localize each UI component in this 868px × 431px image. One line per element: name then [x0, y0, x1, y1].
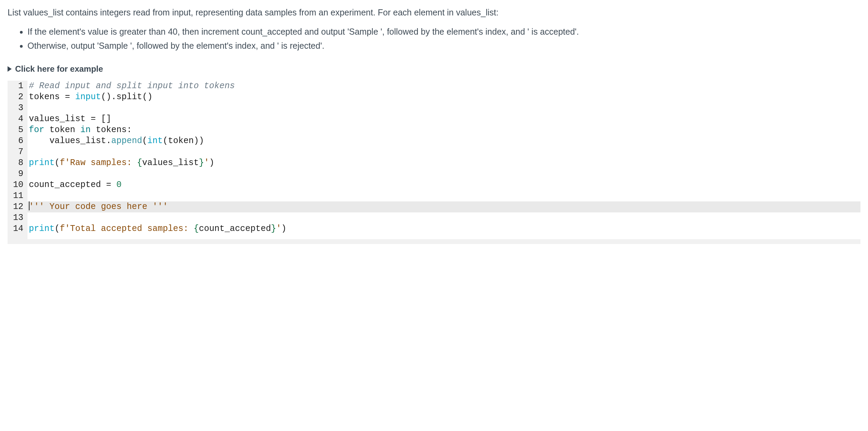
code-token	[44, 125, 49, 135]
code-line: 13	[8, 212, 860, 223]
code-content: for token in tokens:	[27, 125, 860, 136]
code-token	[60, 92, 65, 102]
code-line: 4values_list = []	[8, 114, 860, 125]
code-token: []	[101, 114, 111, 124]
code-token: =	[65, 92, 70, 102]
code-token: f'Raw samples:	[60, 158, 137, 168]
code-token	[70, 92, 75, 102]
code-token: )	[281, 224, 286, 234]
code-content	[27, 168, 860, 179]
line-number: 10	[8, 179, 27, 190]
code-token: '	[276, 224, 281, 234]
code-token: :	[127, 125, 132, 135]
code-token: '	[204, 158, 209, 168]
line-number: 4	[8, 114, 27, 125]
code-token: {	[194, 224, 199, 234]
code-line: 6 values_list.append(int(token))	[8, 136, 860, 147]
code-token	[101, 180, 106, 190]
line-number: 5	[8, 125, 27, 136]
code-token: {	[137, 158, 142, 168]
code-line-editable[interactable]: 12''' Your code goes here '''	[8, 201, 860, 212]
code-content: values_list.append(int(token))	[27, 136, 860, 147]
code-content: # Read input and split input into tokens	[27, 81, 860, 92]
code-token	[91, 125, 96, 135]
code-content	[27, 212, 860, 223]
code-content: values_list = []	[27, 114, 860, 125]
line-number: 13	[8, 212, 27, 223]
code-line: 3	[8, 103, 860, 114]
line-number: 7	[8, 147, 27, 158]
code-line: 11	[8, 190, 860, 201]
code-token	[75, 125, 80, 135]
code-content[interactable]: ''' Your code goes here '''	[27, 201, 860, 212]
code-line: 10count_accepted = 0	[8, 179, 860, 190]
code-token: values_list	[29, 114, 85, 124]
line-number: 1	[8, 81, 27, 92]
problem-intro: List values_list contains integers read …	[8, 6, 860, 19]
line-number: 6	[8, 136, 27, 147]
code-token: tokens	[29, 92, 60, 102]
code-token: f'Total accepted samples:	[60, 224, 194, 234]
line-number: 12	[8, 201, 27, 212]
code-token: split	[116, 92, 142, 102]
code-token	[85, 114, 91, 124]
code-line: 9	[8, 168, 860, 179]
line-number: 11	[8, 190, 27, 201]
code-token: count_accepted	[199, 224, 271, 234]
code-line: 14print(f'Total accepted samples: {count…	[8, 223, 860, 234]
problem-bullet: Otherwise, output 'Sample ', followed by…	[27, 39, 860, 53]
code-token: values_list	[49, 136, 106, 146]
code-token: append	[111, 136, 142, 146]
line-number: 3	[8, 103, 27, 114]
code-token: values_list	[142, 158, 199, 168]
code-token: )	[209, 158, 214, 168]
code-content	[27, 147, 860, 158]
code-token: (	[55, 158, 60, 168]
line-number: 8	[8, 158, 27, 168]
code-line: 1# Read input and split input into token…	[8, 81, 860, 92]
code-token: token	[168, 136, 194, 146]
problem-bullet: If the element's value is greater than 4…	[27, 25, 860, 38]
code-token: =	[91, 114, 96, 124]
problem-bullets: If the element's value is greater than 4…	[8, 25, 860, 53]
code-line: 5for token in tokens:	[8, 125, 860, 136]
code-token: (	[163, 136, 168, 146]
code-token: # Read input and split input into tokens	[29, 81, 235, 91]
code-token: }	[271, 224, 276, 234]
code-token: for	[29, 125, 44, 135]
triangle-right-icon	[8, 66, 12, 72]
code-token: .	[106, 136, 111, 146]
code-editor[interactable]: 1# Read input and split input into token…	[8, 81, 860, 244]
line-number: 9	[8, 168, 27, 179]
code-token	[29, 136, 49, 146]
code-content	[27, 103, 860, 114]
code-token: (	[142, 136, 147, 146]
code-token	[96, 114, 101, 124]
line-number: 2	[8, 92, 27, 103]
code-token: ()	[142, 92, 152, 102]
code-line: 7	[8, 147, 860, 158]
code-content: print(f'Raw samples: {values_list}')	[27, 158, 860, 168]
example-toggle-label: Click here for example	[15, 63, 103, 75]
code-token: print	[29, 224, 55, 234]
code-token: tokens	[96, 125, 127, 135]
code-token: ))	[194, 136, 204, 146]
code-token: token	[49, 125, 75, 135]
example-toggle[interactable]: Click here for example	[8, 63, 860, 75]
code-token: (	[55, 224, 60, 234]
code-token: print	[29, 158, 55, 168]
code-token: int	[147, 136, 163, 146]
code-content: tokens = input().split()	[27, 92, 860, 103]
code-line: 2tokens = input().split()	[8, 92, 860, 103]
code-token	[111, 180, 116, 190]
problem-statement: List values_list contains integers read …	[8, 6, 860, 53]
code-token: ()	[101, 92, 111, 102]
code-content	[27, 190, 860, 201]
code-content: count_accepted = 0	[27, 179, 860, 190]
code-token: ''' Your code goes here '''	[29, 202, 168, 212]
code-token: }	[199, 158, 204, 168]
code-tail	[8, 234, 860, 239]
code-token: in	[80, 125, 91, 135]
code-content: print(f'Total accepted samples: {count_a…	[27, 223, 860, 234]
code-token: input	[75, 92, 101, 102]
